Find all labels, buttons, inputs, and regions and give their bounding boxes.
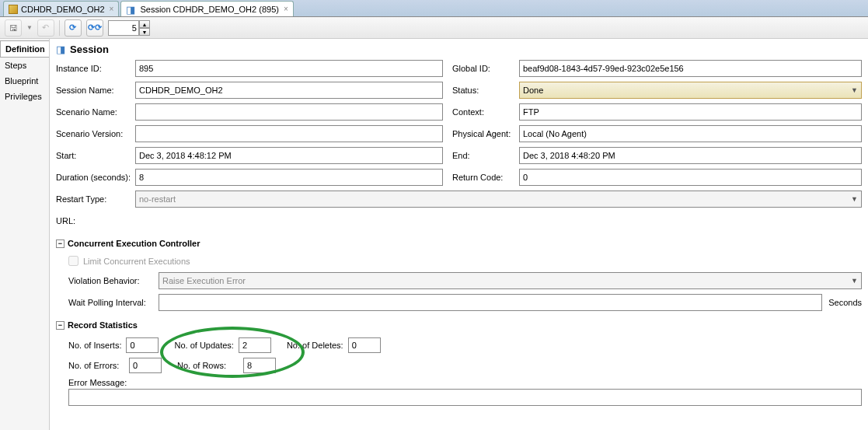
restart-type-label: Restart Type: bbox=[56, 194, 135, 204]
close-icon[interactable]: × bbox=[284, 5, 288, 13]
instance-id-field[interactable] bbox=[135, 60, 443, 77]
start-field[interactable] bbox=[135, 147, 443, 164]
main-area: Definition Steps Blueprint Privileges ◨ … bbox=[0, 39, 868, 430]
rows-field[interactable] bbox=[243, 358, 276, 373]
inserts-field[interactable] bbox=[126, 337, 159, 353]
status-label: Status: bbox=[452, 86, 519, 95]
duration-field[interactable] bbox=[135, 169, 443, 186]
panel-header: ◨ Session bbox=[56, 44, 862, 55]
toolbar: 🖫 ▼ ↶ ⟳ ⟳⟳ ▲ ▼ bbox=[0, 17, 868, 39]
scenario-name-field[interactable] bbox=[135, 103, 443, 121]
wait-polling-field[interactable] bbox=[159, 294, 822, 311]
close-icon[interactable]: × bbox=[110, 5, 114, 13]
duration-label: Duration (seconds): bbox=[56, 173, 135, 182]
rows-label: No. of Rows: bbox=[177, 361, 239, 370]
tab-label: CDHDR_DEMO_OH2 bbox=[21, 5, 105, 14]
refresh-button[interactable]: ⟳ bbox=[64, 19, 82, 37]
session-name-field[interactable] bbox=[135, 82, 443, 99]
sidebar-item-blueprint[interactable]: Blueprint bbox=[0, 73, 49, 89]
session-icon: ◨ bbox=[126, 4, 137, 15]
wait-polling-label: Wait Polling Interval: bbox=[68, 298, 152, 307]
chevron-down-icon: ▼ bbox=[851, 277, 858, 285]
instance-id-label: Instance ID: bbox=[56, 64, 135, 73]
separator bbox=[59, 20, 60, 36]
scenario-version-label: Scenario Version: bbox=[56, 129, 135, 138]
return-code-label: Return Code: bbox=[452, 173, 519, 182]
end-label: End: bbox=[452, 151, 519, 160]
content-panel: ◨ Session Instance ID: Global ID: Sessio… bbox=[50, 39, 868, 430]
page-title: Session bbox=[70, 44, 109, 55]
context-field[interactable] bbox=[519, 103, 862, 121]
tab-bar: CDHDR_DEMO_OH2 × ◨ Session CDHDR_DEMO_OH… bbox=[0, 0, 868, 17]
tab-cdhdr[interactable]: CDHDR_DEMO_OH2 × bbox=[3, 1, 119, 16]
scenario-version-field[interactable] bbox=[135, 125, 443, 142]
collapse-icon[interactable]: − bbox=[56, 239, 64, 248]
sidebar: Definition Steps Blueprint Privileges bbox=[0, 39, 50, 430]
undo-button[interactable]: ↶ bbox=[37, 19, 54, 37]
sidebar-item-privileges[interactable]: Privileges bbox=[0, 89, 49, 104]
cec-title: Concurrent Execution Controller bbox=[68, 239, 200, 248]
limit-concurrent-label: Limit Concurrent Executions bbox=[83, 257, 190, 266]
start-label: Start: bbox=[56, 151, 135, 160]
inserts-label: No. of Inserts: bbox=[68, 341, 121, 350]
updates-label: No. of Updates: bbox=[174, 341, 233, 350]
physical-agent-field[interactable] bbox=[519, 125, 862, 142]
session-name-label: Session Name: bbox=[56, 86, 135, 95]
sidebar-item-steps[interactable]: Steps bbox=[0, 58, 49, 73]
dropdown-arrow-icon[interactable]: ▼ bbox=[26, 24, 33, 31]
global-id-label: Global ID: bbox=[452, 64, 519, 73]
refresh-all-button[interactable]: ⟳⟳ bbox=[86, 19, 103, 37]
spinner-down-icon[interactable]: ▼ bbox=[139, 28, 150, 36]
errors-label: No. of Errors: bbox=[68, 361, 124, 370]
restart-type-dropdown[interactable]: no-restart ▼ bbox=[135, 191, 862, 208]
errors-field[interactable] bbox=[129, 358, 162, 373]
stats-group: − Record Statistics No. of Inserts: No. … bbox=[56, 320, 862, 406]
refresh-all-icon: ⟳⟳ bbox=[88, 23, 102, 33]
stats-title: Record Statistics bbox=[68, 320, 138, 330]
collapse-icon[interactable]: − bbox=[56, 321, 64, 330]
limit-concurrent-checkbox[interactable] bbox=[68, 256, 78, 266]
deletes-label: No. of Deletes: bbox=[287, 341, 343, 350]
violation-behavior-value: Raise Execution Error bbox=[162, 276, 246, 285]
scenario-name-label: Scenario Name: bbox=[56, 107, 135, 117]
wait-polling-unit: Seconds bbox=[828, 298, 862, 307]
tab-session[interactable]: ◨ Session CDHDR_DEMO_OH2 (895) × bbox=[120, 1, 293, 16]
restart-type-value: no-restart bbox=[139, 194, 176, 204]
refresh-icon: ⟳ bbox=[69, 23, 76, 33]
refresh-interval-spinner[interactable]: ▲ ▼ bbox=[108, 20, 150, 36]
physical-agent-label: Physical Agent: bbox=[452, 129, 519, 138]
updates-field[interactable] bbox=[239, 337, 271, 353]
session-icon: ◨ bbox=[56, 44, 65, 55]
cec-group: − Concurrent Execution Controller Limit … bbox=[56, 239, 862, 311]
context-label: Context: bbox=[452, 107, 519, 117]
chevron-down-icon: ▼ bbox=[851, 86, 858, 94]
end-field[interactable] bbox=[519, 147, 862, 164]
return-code-field[interactable] bbox=[519, 169, 862, 186]
violation-behavior-dropdown[interactable]: Raise Execution Error ▼ bbox=[159, 272, 862, 289]
error-message-field[interactable] bbox=[68, 389, 862, 406]
cube-icon bbox=[9, 5, 18, 14]
undo-icon: ↶ bbox=[42, 23, 49, 33]
error-message-label: Error Message: bbox=[68, 378, 862, 387]
deletes-field[interactable] bbox=[348, 337, 381, 353]
violation-behavior-label: Violation Behavior: bbox=[68, 276, 152, 285]
status-dropdown[interactable]: Done ▼ bbox=[519, 82, 862, 99]
spinner-up-icon[interactable]: ▲ bbox=[139, 20, 150, 28]
url-label: URL: bbox=[56, 216, 135, 225]
tab-label: Session CDHDR_DEMO_OH2 (895) bbox=[140, 5, 279, 14]
sidebar-item-definition[interactable]: Definition bbox=[0, 40, 49, 58]
global-id-field[interactable] bbox=[519, 60, 862, 77]
disk-icon: 🖫 bbox=[9, 23, 18, 33]
status-value: Done bbox=[523, 86, 543, 95]
chevron-down-icon: ▼ bbox=[851, 195, 858, 203]
spinner-input[interactable] bbox=[108, 20, 139, 36]
save-button[interactable]: 🖫 bbox=[5, 19, 22, 37]
